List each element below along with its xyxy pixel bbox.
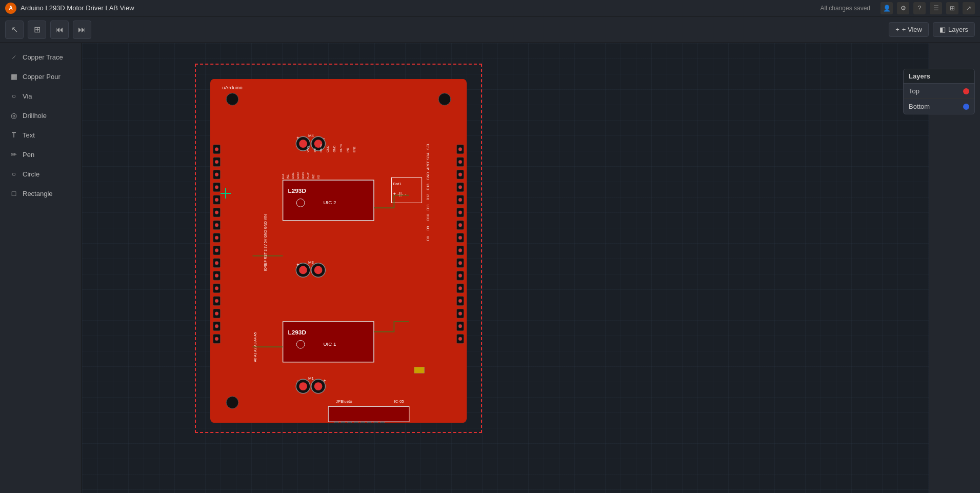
svg-point-65 <box>458 337 462 341</box>
rectangle-label: Rectangle <box>23 190 53 198</box>
svg-text:UIC  2: UIC 2 <box>323 200 336 205</box>
svg-rect-135 <box>367 422 371 423</box>
tool-drillhole[interactable]: ◎ Drillhole <box>4 107 77 124</box>
tool-pen[interactable]: ✏ Pen <box>4 146 77 163</box>
svg-text:EN2: EN2 <box>353 146 356 152</box>
plus-icon: + <box>895 26 899 33</box>
svg-text:GND: GND <box>296 172 299 179</box>
window-icon-1[interactable]: 👤 <box>881 2 893 14</box>
app-logo: A <box>5 3 16 14</box>
svg-point-93 <box>299 382 307 390</box>
svg-rect-133 <box>354 422 358 423</box>
drillhole-icon: ◎ <box>9 111 18 120</box>
svg-text:-: - <box>323 135 325 141</box>
svg-text:Out2: Out2 <box>307 172 310 179</box>
svg-rect-127 <box>328 406 409 422</box>
svg-text:OUT3: OUT3 <box>339 144 343 152</box>
svg-text:GND: GND <box>426 172 430 180</box>
svg-text:IOREF RST 3.3V 5V GND GND VIN: IOREF RST 3.3V 5V GND GND VIN <box>264 214 267 271</box>
svg-point-57 <box>458 286 462 290</box>
window-icon-2[interactable]: ⚙ <box>897 2 909 14</box>
svg-point-7 <box>215 173 218 176</box>
svg-point-19 <box>215 249 218 252</box>
layers-icon: ◧ <box>939 26 946 33</box>
svg-point-13 <box>215 211 218 214</box>
tool-copper-pour[interactable]: ▦ Copper Pour <box>4 68 77 85</box>
svg-text:uArduino: uArduino <box>222 85 243 90</box>
window-icon-3[interactable]: ? <box>913 2 926 14</box>
svg-text:AREF: AREF <box>426 161 430 170</box>
layer-top[interactable]: Top <box>904 84 974 99</box>
svg-point-68 <box>226 397 238 409</box>
svg-point-33 <box>215 337 218 341</box>
svg-point-37 <box>458 160 462 164</box>
svg-point-31 <box>215 324 218 328</box>
pcb-board: uArduino <box>195 64 482 433</box>
layers-panel-header: Layers <box>904 69 974 84</box>
toolbar-skip-end[interactable]: ⏭ <box>73 21 91 39</box>
toolbar-skip-start[interactable]: ⏮ <box>50 21 69 39</box>
tool-rectangle[interactable]: □ Rectangle <box>4 185 77 202</box>
pcb-svg: uArduino <box>210 79 467 423</box>
svg-point-86 <box>299 266 307 274</box>
svg-point-53 <box>458 261 462 265</box>
layers-label: Layers <box>948 26 968 33</box>
svg-text:IN4: IN4 <box>313 147 316 152</box>
tool-circle[interactable]: ○ Circle <box>4 165 77 183</box>
svg-point-72 <box>296 199 305 207</box>
svg-text:M4: M4 <box>308 133 314 138</box>
svg-text:D10: D10 <box>426 214 430 221</box>
svg-text:JPBlueto: JPBlueto <box>336 399 352 404</box>
layer-bottom[interactable]: Bottom <box>904 99 974 114</box>
copper-trace-label: Copper Trace <box>23 53 63 61</box>
svg-text:Bat1: Bat1 <box>393 182 401 186</box>
svg-text:L293D: L293D <box>288 329 306 336</box>
svg-text:M3: M3 <box>308 260 314 265</box>
view-button[interactable]: + + View <box>889 22 929 37</box>
left-sidebar: ⟋ Copper Trace ▦ Copper Pour ○ Via ◎ Dri… <box>0 43 82 493</box>
svg-text:L293D: L293D <box>288 187 306 194</box>
svg-point-59 <box>458 299 462 303</box>
svg-rect-136 <box>374 422 378 423</box>
tool-copper-trace[interactable]: ⟋ Copper Trace <box>4 48 77 66</box>
main-toolbar: ↖ ⊞ ⏮ ⏭ + + View ◧ Layers <box>0 16 980 43</box>
share-button[interactable]: ↗ <box>963 2 975 14</box>
crosshair <box>221 188 231 199</box>
svg-text:A0 A1 A2 A3 A4 A5: A0 A1 A2 A3 A4 A5 <box>253 332 257 362</box>
svg-text:SCL: SCL <box>426 143 430 150</box>
svg-point-61 <box>458 312 462 315</box>
svg-point-23 <box>215 274 218 278</box>
tool-via[interactable]: ○ Via <box>4 87 77 105</box>
svg-point-29 <box>215 312 218 315</box>
svg-point-21 <box>215 261 218 265</box>
svg-text:IN3: IN3 <box>346 147 349 152</box>
svg-rect-132 <box>348 422 352 423</box>
window-icon-4[interactable]: ☰ <box>930 2 942 14</box>
svg-text:UIC 1: UIC 1 <box>323 341 336 347</box>
svg-text:En1: En1 <box>282 174 285 180</box>
copper-trace-icon: ⟋ <box>9 52 18 62</box>
svg-text:M1: M1 <box>308 376 314 381</box>
svg-text:OUT4: OUT4 <box>319 144 323 152</box>
svg-text:D11: D11 <box>426 204 430 210</box>
pcb-inner: uArduino <box>210 79 467 423</box>
svg-rect-134 <box>361 422 365 423</box>
tool-text[interactable]: T Text <box>4 126 77 144</box>
layers-button[interactable]: ◧ Layers <box>933 22 975 37</box>
layer-bottom-indicator <box>963 104 969 110</box>
svg-text:VS: VS <box>317 175 320 179</box>
toolbar-grid[interactable]: ⊞ <box>28 21 46 39</box>
view-label: + View <box>902 26 922 33</box>
circle-label: Circle <box>23 170 39 178</box>
svg-text:IC-05: IC-05 <box>394 399 404 404</box>
svg-text:IN1: IN1 <box>286 174 289 179</box>
right-panel: Layers Top Bottom <box>929 43 980 493</box>
copper-pour-label: Copper Pour <box>23 73 61 81</box>
toolbar-cursor[interactable]: ↖ <box>5 21 24 39</box>
layers-panel: Layers Top Bottom <box>903 69 975 114</box>
via-icon: ○ <box>9 91 18 101</box>
text-label: Text <box>23 131 35 139</box>
canvas-area[interactable]: uArduino <box>82 43 929 493</box>
window-icon-5[interactable]: ⊞ <box>946 2 958 14</box>
svg-point-76 <box>296 340 305 348</box>
